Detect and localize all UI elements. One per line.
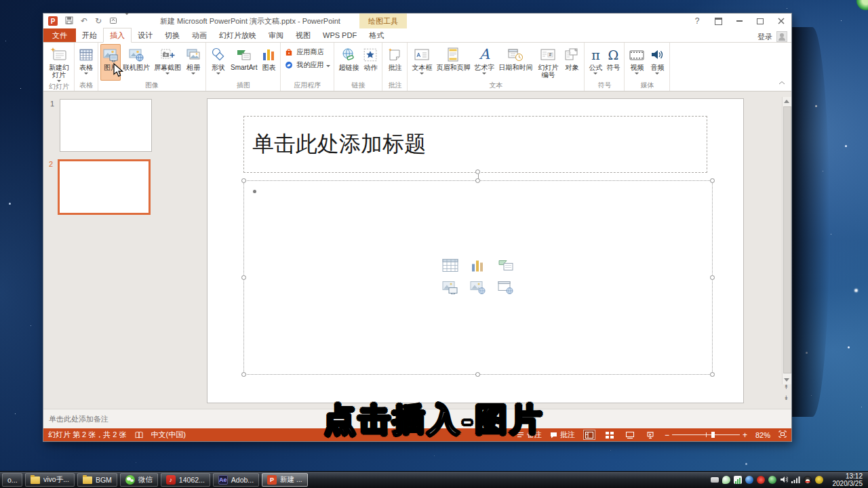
date-time-button[interactable]: 日期和时间 [496,44,534,81]
rotation-handle[interactable] [475,169,480,174]
insert-table-icon[interactable] [442,258,458,274]
resize-handle-ne[interactable] [710,178,715,183]
taskbar-item-vivo-folder[interactable]: vivo手... [25,473,75,487]
vertical-scrollbar[interactable] [782,97,791,384]
volume-icon[interactable] [780,474,788,486]
network-signal-icon[interactable] [791,474,800,486]
new-slide-button[interactable]: 新建幻灯片 [46,44,72,82]
tab-animations[interactable]: 动画 [186,28,213,42]
resize-handle-n[interactable] [475,178,480,183]
my-apps-button[interactable]: 我的应用 [284,60,330,70]
resize-handle-se[interactable] [710,372,715,377]
smartart-button[interactable]: SmartArt [229,44,259,81]
tab-design[interactable]: 设计 [132,28,159,42]
app-store-button[interactable]: 应用商店 [284,47,330,57]
audio-button[interactable]: 音频 [647,44,667,81]
resize-handle-s[interactable] [475,372,480,377]
resize-handle-nw[interactable] [241,178,246,183]
minimize-button[interactable] [734,16,744,26]
tab-file[interactable]: 文件 [43,28,76,42]
tab-slideshow[interactable]: 幻灯片放映 [213,28,262,42]
taskbar-clock[interactable]: 13:12 2020/3/25 [828,472,867,487]
chart-button[interactable]: 图表 [259,44,278,81]
zoom-slider[interactable] [672,434,740,435]
collapse-ribbon-button[interactable] [778,75,785,87]
tab-insert[interactable]: 插入 [103,28,132,43]
tab-view[interactable]: 视图 [290,28,317,42]
security-tray-icon[interactable] [768,476,776,484]
tab-format[interactable]: 格式 [363,28,390,42]
insert-picture-icon[interactable] [442,281,458,297]
insert-chart-icon[interactable] [471,258,486,274]
sign-in[interactable]: 登录 [757,31,791,42]
ribbon-options-button[interactable] [713,16,723,26]
insert-smartart-icon[interactable] [498,258,514,274]
photo-album-button[interactable]: 相册 [183,44,203,81]
help-button[interactable]: ? [692,16,702,26]
taskbar-item-netease-music[interactable]: ♪ 14062... [161,473,210,487]
insert-online-picture-icon[interactable] [470,281,486,297]
taskbar-item-wechat[interactable]: 微信 [120,473,158,487]
blue-sphere-icon[interactable] [745,476,753,484]
scrollbar-thumb[interactable] [783,106,791,373]
insert-video-icon[interactable] [498,281,514,297]
slide-thumbnail-1[interactable] [60,99,152,152]
netease-tray-icon[interactable] [757,476,765,484]
normal-view-button[interactable] [583,430,595,440]
zoom-in-button[interactable]: + [743,431,747,439]
title-placeholder[interactable]: 单击此处添加标题 [243,116,707,173]
reading-view-button[interactable] [624,430,636,440]
action-button[interactable]: 动作 [361,44,380,81]
cloud-sync-icon[interactable] [722,476,730,484]
shapes-button[interactable]: 形状 [208,44,229,81]
text-box-button[interactable]: 文本框 [410,44,434,81]
taskbar-item-partial[interactable]: o... [2,473,22,487]
redo-button[interactable]: ↻ [95,17,102,25]
tab-review[interactable]: 审阅 [262,28,290,42]
taskbar-item-powerpoint[interactable]: P 新建 ... [262,473,308,487]
hyperlink-button[interactable]: 超链接 [336,44,361,81]
zoom-out-button[interactable]: − [665,431,669,439]
tab-wps-pdf[interactable]: WPS PDF [317,28,363,42]
zoom-level[interactable]: 82% [755,431,770,439]
resize-handle-e[interactable] [710,275,715,280]
fit-slide-button[interactable] [778,430,787,439]
restore-button[interactable] [755,16,765,26]
coin-shield-icon[interactable] [815,476,823,484]
wordart-button[interactable]: A 艺术字 [472,44,496,81]
qat-customize-button[interactable] [125,15,129,27]
resize-handle-w[interactable] [241,275,246,280]
zoom-slider-thumb[interactable] [711,432,715,438]
undo-button[interactable]: ↶ [81,17,87,25]
video-button[interactable]: 视频 [627,44,647,81]
slide-sorter-view-button[interactable] [604,430,616,440]
save-button[interactable] [65,15,73,27]
previous-slide-button[interactable]: ↟ [783,384,790,391]
stocks-chart-icon[interactable] [734,476,742,484]
comment-button[interactable]: 批注 [384,44,405,81]
table-button[interactable]: 表格 [77,44,96,81]
next-slide-button[interactable]: ↡ [783,394,790,402]
slide-thumbnail-2[interactable] [58,159,151,215]
close-button[interactable] [776,16,786,26]
content-placeholder[interactable] [243,180,713,375]
tab-transitions[interactable]: 切换 [159,28,186,42]
input-method-icon[interactable] [711,477,719,483]
equation-button[interactable]: π 公式 [587,44,604,81]
slide-number-button[interactable]: # 幻灯片编号 [534,44,561,81]
taskbar-item-after-effects[interactable]: Ae Adob... [213,473,259,487]
spellcheck-button[interactable] [135,431,143,439]
taskbar-item-bgm-folder[interactable]: BGM [77,473,117,487]
object-button[interactable]: 对象 [561,44,582,81]
language-indicator[interactable]: 中文(中国) [151,430,186,440]
slideshow-view-button[interactable] [644,430,656,440]
resize-handle-sw[interactable] [241,372,246,377]
comments-toggle-button[interactable]: 批注 [550,430,575,440]
online-pictures-button[interactable]: 联机图片 [121,44,152,81]
symbol-button[interactable]: Ω 符号 [604,44,622,81]
screenshot-button[interactable]: 屏幕截图 [152,44,183,81]
tab-home[interactable]: 开始 [76,28,103,42]
qq-icon[interactable] [804,476,812,484]
header-footer-button[interactable]: 页眉和页脚 [434,44,472,81]
touch-mode-button[interactable] [109,15,117,27]
